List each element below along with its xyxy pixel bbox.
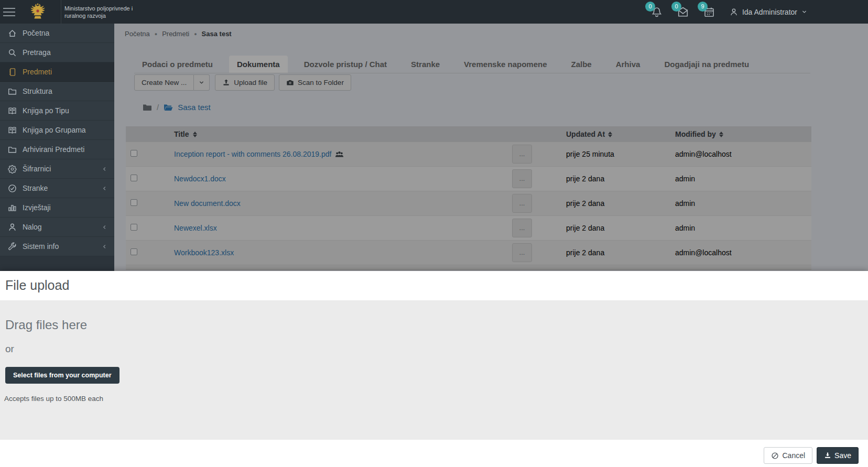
- select-files-button[interactable]: Select files from your computer: [5, 367, 120, 384]
- save-button[interactable]: Save: [817, 447, 859, 464]
- app-brand: Ministarstvo poljoprivrede i ruralnog ra…: [23, 0, 133, 24]
- ban-icon: [771, 452, 779, 460]
- sidebar-item-label: Arhivirani Predmeti: [23, 145, 84, 154]
- chevron-left-icon: [102, 186, 107, 191]
- bar-chart-icon: [8, 203, 17, 212]
- sidebar-item-predmeti[interactable]: Predmeti: [0, 62, 114, 82]
- search-icon: [8, 48, 17, 57]
- notifications-badge: 0: [645, 2, 655, 12]
- sidebar-item-label: Izvještaji: [23, 203, 51, 212]
- sidebar-item-label: Početna: [23, 29, 49, 37]
- open-book-icon: [8, 106, 17, 115]
- check-circle-icon: [8, 184, 17, 193]
- modal-title: File upload: [5, 278, 863, 293]
- chevron-left-icon: [102, 244, 107, 249]
- sidebar-toggle-button[interactable]: [0, 0, 23, 24]
- file-upload-modal: File upload Drag files here or Select fi…: [0, 271, 868, 467]
- chevron-left-icon: [102, 166, 107, 172]
- sidebar-item-struktura[interactable]: Struktura: [0, 82, 114, 101]
- sidebar-item-pretraga[interactable]: Pretraga: [0, 43, 114, 62]
- save-label: Save: [834, 451, 851, 460]
- notifications-button[interactable]: 0: [651, 6, 663, 18]
- brand-divider: [61, 0, 61, 24]
- wrench-icon: [8, 242, 17, 251]
- sidebar-item-label: Struktura: [23, 87, 52, 95]
- home-icon: [8, 29, 17, 38]
- user-menu-button[interactable]: Ida Administrator: [730, 8, 807, 16]
- user-name: Ida Administrator: [742, 8, 797, 16]
- or-text: or: [5, 343, 863, 355]
- top-navbar: Ministarstvo poljoprivrede i ruralnog ra…: [0, 0, 868, 24]
- sidebar-item-knjiga-po-tipu[interactable]: Knjiga po Tipu: [0, 101, 114, 121]
- messages-button[interactable]: 0: [677, 6, 689, 18]
- sidebar-item-label: Šifrarnici: [23, 165, 51, 173]
- sidebar-item-label: Nalog: [23, 223, 42, 231]
- download-icon: [824, 452, 831, 459]
- modal-header: File upload: [0, 271, 868, 300]
- sidebar-item-label: Sistem info: [23, 242, 59, 251]
- sidebar-item-knjiga-po-grupama[interactable]: Knjiga po Grupama: [0, 121, 114, 140]
- dropzone[interactable]: Drag files here or Select files from you…: [0, 300, 868, 440]
- drag-files-text: Drag files here: [5, 318, 863, 332]
- calendar-badge: 9: [698, 2, 708, 12]
- open-book-icon: [8, 126, 17, 135]
- sidebar-item-label: Predmeti: [23, 68, 52, 76]
- application-window: Ministarstvo poljoprivrede i ruralnog ra…: [0, 0, 868, 467]
- sidebar-item-label: Knjiga po Tipu: [23, 106, 69, 115]
- sidebar-item-nalog[interactable]: Nalog: [0, 218, 114, 237]
- sidebar-item-label: Pretraga: [23, 48, 51, 57]
- user-icon: [730, 8, 738, 16]
- person-icon: [8, 223, 17, 232]
- sidebar-item-label: Stranke: [23, 184, 48, 192]
- sidebar-item-sistem-info[interactable]: Sistem info: [0, 237, 114, 256]
- chevron-left-icon: [102, 224, 107, 230]
- cancel-label: Cancel: [782, 451, 805, 460]
- topbar-actions: 0 0 9 Ida Administrator: [651, 6, 868, 18]
- sidebar-item-sifrarnici[interactable]: Šifrarnici: [0, 159, 114, 179]
- notebook-icon: [8, 68, 17, 77]
- gear-icon: [8, 165, 17, 173]
- sidebar-item-label: Knjiga po Grupama: [23, 126, 86, 134]
- messages-badge: 0: [671, 2, 681, 12]
- modal-footer: Cancel Save: [0, 440, 868, 467]
- sidebar-item-arhivirani-predmeti[interactable]: Arhivirani Predmeti: [0, 140, 114, 159]
- coat-of-arms-icon: [28, 2, 47, 23]
- accepts-files-note: Accepts files up to 500MB each: [4, 395, 863, 403]
- sidebar-item-stranke[interactable]: Stranke: [0, 179, 114, 198]
- sidebar-item-pocetna[interactable]: Početna: [0, 24, 114, 43]
- calendar-button[interactable]: 9: [703, 6, 715, 18]
- cancel-button[interactable]: Cancel: [764, 447, 812, 464]
- chevron-down-icon: [801, 9, 807, 15]
- folder-icon: [8, 145, 17, 154]
- sidebar-item-izvjestaji[interactable]: Izvještaji: [0, 198, 114, 218]
- folder-icon: [8, 87, 17, 96]
- ministry-name: Ministarstvo poljoprivrede i ruralnog ra…: [64, 5, 133, 19]
